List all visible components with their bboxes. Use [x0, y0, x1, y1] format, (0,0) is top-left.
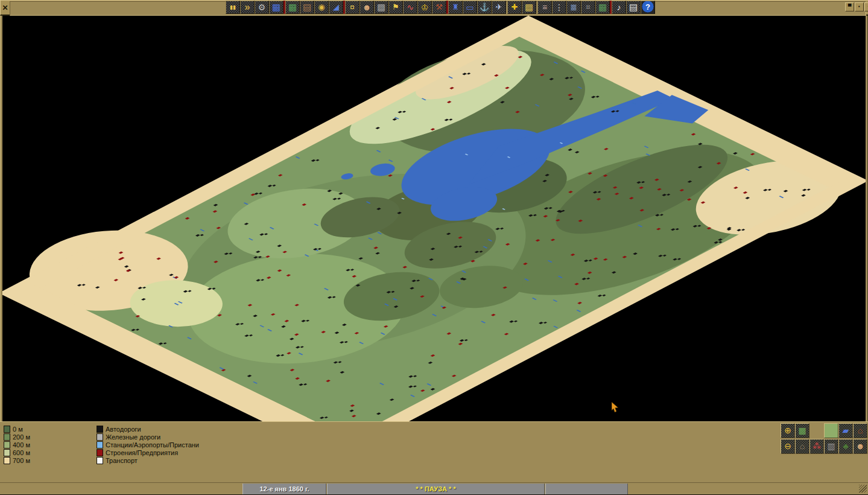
- close-icon[interactable]: ✕: [1, 1, 9, 14]
- legend-swatch: [97, 457, 103, 464]
- legend-label: 200 м: [13, 433, 30, 441]
- netting-icon[interactable]: ▩: [374, 1, 388, 14]
- shade-button[interactable]: ▀: [845, 2, 854, 11]
- legend-swatch: [97, 433, 103, 441]
- isometric-world-map[interactable]: [2, 16, 866, 421]
- map-legend-panel: 0 м200 м400 м600 м700 м АвтодорогиЖелезн…: [0, 421, 868, 482]
- lines-button[interactable]: ⁂: [809, 439, 824, 454]
- trains-icon[interactable]: ♜: [448, 1, 463, 14]
- date-display: 12-е янв 1860 г.: [242, 484, 326, 494]
- remove-icon[interactable]: ▩: [522, 1, 536, 14]
- special-construction-icon[interactable]: ✚: [507, 1, 522, 14]
- status-bar: 12-е янв 1860 г. * * ПАУЗА * *: [0, 482, 868, 495]
- vehicles-list-icon[interactable]: ⋮: [552, 1, 566, 14]
- world-map-viewport[interactable]: [2, 16, 866, 421]
- stations-list-icon[interactable]: ≡: [537, 1, 552, 14]
- pin-button[interactable]: +: [864, 2, 868, 11]
- legend-swatch: [97, 441, 103, 449]
- legend-swatch: [4, 441, 10, 449]
- messages-icon[interactable]: ▤: [626, 1, 641, 14]
- zoom-out-button[interactable]: ⊖: [781, 439, 795, 454]
- city-view-icon[interactable]: ▤: [300, 1, 314, 14]
- size-button[interactable]: ▪: [855, 2, 864, 11]
- legend-label: 0 м: [13, 426, 23, 433]
- construction-icon[interactable]: ◢: [329, 1, 343, 14]
- terrain-button[interactable]: [824, 423, 838, 438]
- finances-icon[interactable]: ◉: [314, 1, 329, 14]
- player-icon[interactable]: ☻: [360, 1, 374, 14]
- minimap-button[interactable]: ▦: [795, 423, 809, 438]
- resize-grip[interactable]: [859, 485, 867, 493]
- legend-label: 400 м: [13, 441, 30, 449]
- city-map-icon[interactable]: ▦: [595, 1, 610, 14]
- legend-swatch: [4, 457, 10, 464]
- legend-swatch: [97, 426, 103, 433]
- road-vehicles-icon[interactable]: ▭: [463, 1, 477, 14]
- window-border-right: [866, 16, 868, 482]
- help-icon[interactable]: ?: [641, 1, 655, 14]
- legend-label: 700 м: [13, 457, 30, 464]
- legend-label: Железные дороги: [106, 433, 160, 441]
- flag-icon[interactable]: ⚑: [388, 1, 403, 14]
- legend-swatch: [4, 449, 10, 456]
- main-toolbar: ✕ ▮▮»⚙▦▦▤◉◢¤☻▩⚑∿♔⚒♜▭⚓✈✚▩≡⋮≣⌗▦♪▤? ▀▪+: [0, 0, 868, 16]
- depots-button[interactable]: ▥: [824, 439, 838, 454]
- tools-icon[interactable]: ⚒: [432, 1, 446, 14]
- chart-icon[interactable]: ∿: [403, 1, 417, 14]
- zoom-in-button[interactable]: ⊕: [781, 423, 795, 438]
- company-finances-icon[interactable]: ¤: [345, 1, 360, 14]
- save-icon[interactable]: ▦: [269, 1, 284, 14]
- legend-label: Строения/Предприятия: [106, 449, 178, 456]
- legend-swatch: [4, 433, 10, 441]
- map-icon[interactable]: ▦: [285, 1, 300, 14]
- legend-label: Автодороги: [106, 426, 141, 433]
- ships-icon[interactable]: ⚓: [477, 1, 492, 14]
- attractions-button[interactable]: ☻: [853, 439, 867, 454]
- forests-button[interactable]: ♣: [838, 439, 853, 454]
- aircraft-icon[interactable]: ✈: [492, 1, 506, 14]
- legend-label: 600 м: [13, 449, 30, 456]
- factories-button[interactable]: ⌂: [853, 423, 867, 438]
- sound-icon[interactable]: ♪: [612, 1, 626, 14]
- vehicles-button[interactable]: ▰: [838, 423, 853, 438]
- towns-list-icon[interactable]: ≣: [566, 1, 581, 14]
- legend-label: Станции/Аэропорты/Пристани: [106, 441, 199, 449]
- towns-button[interactable]: ⌂: [795, 439, 809, 454]
- fast-forward-icon[interactable]: »: [240, 1, 255, 14]
- legend-label: Транспорт: [106, 457, 138, 464]
- legend-swatch: [97, 449, 103, 456]
- trophy-icon[interactable]: ♔: [417, 1, 432, 14]
- legend-swatch: [4, 426, 10, 433]
- pause-indicator: * * ПАУЗА * *: [327, 484, 545, 494]
- status-extra-segment: [545, 484, 628, 494]
- pause-icon[interactable]: ▮▮: [226, 1, 240, 14]
- options-icon[interactable]: ⚙: [255, 1, 269, 14]
- goods-list-icon[interactable]: ⌗: [581, 1, 595, 14]
